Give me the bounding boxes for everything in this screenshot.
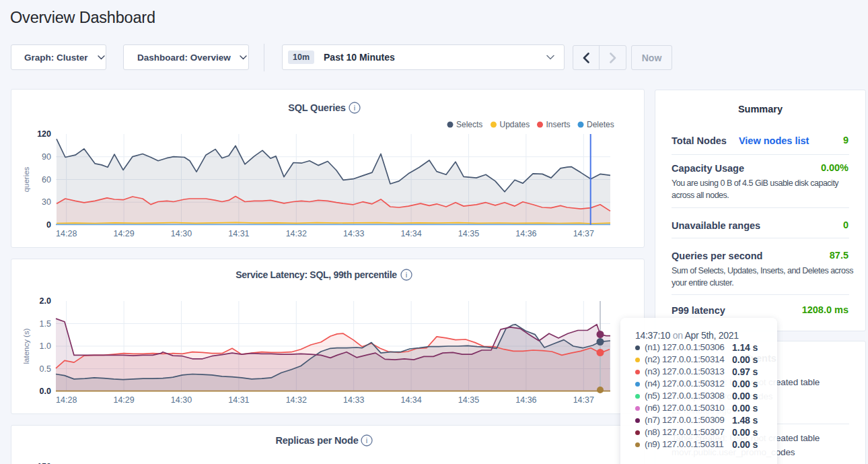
svg-text:0.0: 0.0 [40,387,51,396]
svg-text:14:32: 14:32 [286,395,307,405]
svg-text:14:34: 14:34 [400,229,421,238]
svg-text:30: 30 [42,197,51,207]
svg-text:14:35: 14:35 [458,229,479,238]
svg-text:14:33: 14:33 [343,395,364,405]
svg-text:Service Latency: SQL, 99th per: Service Latency: SQL, 99th percentile [236,269,397,280]
svg-text:Selects: Selects [456,120,482,129]
svg-text:Deletes: Deletes [587,120,614,129]
svg-text:1.0: 1.0 [40,341,51,351]
svg-text:latency (s): latency (s) [22,328,30,364]
svg-text:i: i [366,436,367,444]
svg-text:Replicas per Node: Replicas per Node [275,435,358,446]
svg-text:14:29: 14:29 [113,395,134,405]
svg-text:14:36: 14:36 [515,395,536,405]
svg-text:120: 120 [37,129,51,139]
svg-text:queries: queries [22,166,30,192]
svg-text:i: i [354,104,355,112]
svg-text:14:34: 14:34 [400,395,421,405]
svg-text:150: 150 [37,462,51,464]
svg-text:Inserts: Inserts [546,120,571,129]
svg-text:i: i [406,271,407,279]
svg-text:14:30: 14:30 [171,229,192,238]
svg-text:14:37: 14:37 [573,395,594,405]
svg-text:14:36: 14:36 [515,229,536,238]
svg-text:14:31: 14:31 [228,395,249,405]
svg-text:14:29: 14:29 [113,229,134,238]
svg-text:SQL Queries: SQL Queries [288,102,346,113]
svg-text:14:28: 14:28 [56,229,77,238]
svg-text:Updates: Updates [500,120,530,129]
svg-text:14:37: 14:37 [573,229,594,238]
svg-text:2.0: 2.0 [40,296,51,306]
svg-text:0.5: 0.5 [40,364,51,374]
svg-text:14:33: 14:33 [343,229,364,238]
svg-text:14:32: 14:32 [286,229,307,238]
svg-text:60: 60 [42,175,51,185]
svg-text:1.5: 1.5 [40,319,51,329]
svg-text:90: 90 [42,152,51,162]
svg-text:14:28: 14:28 [56,395,77,405]
svg-text:0: 0 [46,220,51,230]
svg-text:14:31: 14:31 [228,229,249,238]
svg-text:14:30: 14:30 [171,395,192,405]
svg-text:14:35: 14:35 [458,395,479,405]
